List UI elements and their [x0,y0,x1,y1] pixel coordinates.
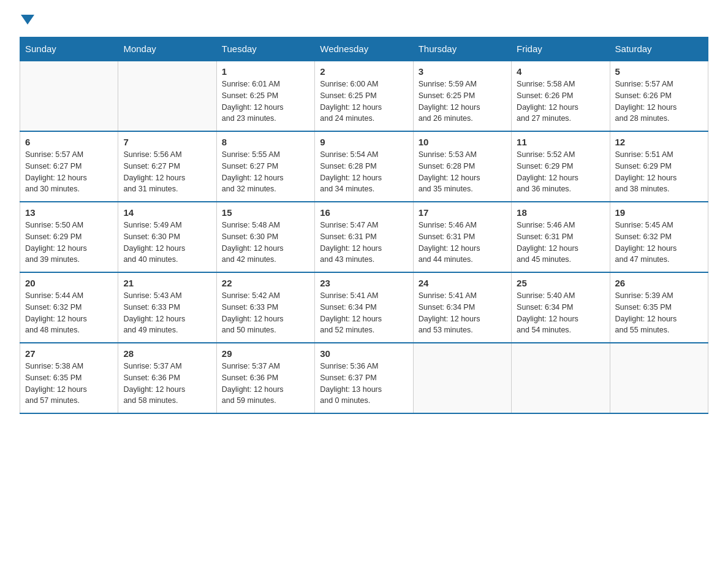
calendar-cell: 28Sunrise: 5:37 AM Sunset: 6:36 PM Dayli… [118,343,216,413]
day-info: Sunrise: 5:53 AM Sunset: 6:28 PM Dayligh… [419,149,506,195]
day-info: Sunrise: 5:52 AM Sunset: 6:29 PM Dayligh… [517,149,604,195]
day-number: 4 [517,66,604,77]
day-number: 26 [615,278,703,288]
calendar-cell: 27Sunrise: 5:38 AM Sunset: 6:35 PM Dayli… [20,343,118,413]
weekday-header-thursday: Thursday [413,37,511,61]
day-number: 22 [222,278,309,288]
calendar-cell: 24Sunrise: 5:41 AM Sunset: 6:34 PM Dayli… [413,272,511,343]
day-number: 17 [419,207,506,218]
calendar-cell: 4Sunrise: 5:58 AM Sunset: 6:26 PM Daylig… [512,61,610,131]
day-number: 20 [25,278,113,288]
day-info: Sunrise: 5:39 AM Sunset: 6:35 PM Dayligh… [615,290,703,336]
calendar-cell [118,61,216,131]
page-header [20,15,708,27]
weekday-header-wednesday: Wednesday [315,37,413,61]
calendar-cell: 1Sunrise: 6:01 AM Sunset: 6:25 PM Daylig… [216,61,314,131]
day-info: Sunrise: 5:46 AM Sunset: 6:31 PM Dayligh… [517,220,604,266]
day-info: Sunrise: 6:01 AM Sunset: 6:25 PM Dayligh… [222,79,309,124]
weekday-header-saturday: Saturday [610,37,708,61]
weekday-header-row: SundayMondayTuesdayWednesdayThursdayFrid… [20,37,708,61]
calendar-cell: 10Sunrise: 5:53 AM Sunset: 6:28 PM Dayli… [413,131,511,202]
day-info: Sunrise: 5:44 AM Sunset: 6:32 PM Dayligh… [25,290,113,336]
calendar-week-4: 20Sunrise: 5:44 AM Sunset: 6:32 PM Dayli… [20,272,708,343]
day-info: Sunrise: 5:46 AM Sunset: 6:31 PM Dayligh… [419,220,506,266]
weekday-header-monday: Monday [118,37,216,61]
calendar-body: 1Sunrise: 6:01 AM Sunset: 6:25 PM Daylig… [20,61,708,413]
weekday-header-friday: Friday [512,37,610,61]
calendar-cell: 14Sunrise: 5:49 AM Sunset: 6:30 PM Dayli… [118,202,216,272]
day-info: Sunrise: 5:47 AM Sunset: 6:31 PM Dayligh… [320,220,408,266]
calendar-cell: 6Sunrise: 5:57 AM Sunset: 6:27 PM Daylig… [20,131,118,202]
day-info: Sunrise: 5:50 AM Sunset: 6:29 PM Dayligh… [25,220,113,266]
day-info: Sunrise: 5:37 AM Sunset: 6:36 PM Dayligh… [222,361,309,407]
day-info: Sunrise: 5:48 AM Sunset: 6:30 PM Dayligh… [222,220,309,266]
day-number: 16 [320,207,408,218]
day-number: 3 [419,66,506,77]
calendar-cell [413,343,511,413]
svg-marker-0 [21,15,34,25]
calendar-cell: 7Sunrise: 5:56 AM Sunset: 6:27 PM Daylig… [118,131,216,202]
day-number: 11 [517,137,604,147]
day-number: 30 [320,348,408,359]
calendar-cell: 11Sunrise: 5:52 AM Sunset: 6:29 PM Dayli… [512,131,610,202]
calendar-cell: 13Sunrise: 5:50 AM Sunset: 6:29 PM Dayli… [20,202,118,272]
day-number: 7 [123,137,211,147]
day-number: 6 [25,137,113,147]
calendar-cell: 8Sunrise: 5:55 AM Sunset: 6:27 PM Daylig… [216,131,314,202]
day-number: 10 [419,137,506,147]
calendar-cell: 26Sunrise: 5:39 AM Sunset: 6:35 PM Dayli… [610,272,708,343]
day-info: Sunrise: 5:55 AM Sunset: 6:27 PM Dayligh… [222,149,309,195]
calendar-cell [20,61,118,131]
day-info: Sunrise: 5:54 AM Sunset: 6:28 PM Dayligh… [320,149,408,195]
day-number: 24 [419,278,506,288]
day-info: Sunrise: 5:43 AM Sunset: 6:33 PM Dayligh… [123,290,211,336]
calendar-cell: 23Sunrise: 5:41 AM Sunset: 6:34 PM Dayli… [315,272,413,343]
day-number: 29 [222,348,309,359]
calendar-cell: 18Sunrise: 5:46 AM Sunset: 6:31 PM Dayli… [512,202,610,272]
logo-triangle-icon [21,15,34,25]
calendar-cell: 25Sunrise: 5:40 AM Sunset: 6:34 PM Dayli… [512,272,610,343]
day-info: Sunrise: 5:41 AM Sunset: 6:34 PM Dayligh… [320,290,408,336]
day-info: Sunrise: 6:00 AM Sunset: 6:25 PM Dayligh… [320,79,408,124]
day-info: Sunrise: 5:38 AM Sunset: 6:35 PM Dayligh… [25,361,113,407]
calendar-cell: 15Sunrise: 5:48 AM Sunset: 6:30 PM Dayli… [216,202,314,272]
day-number: 9 [320,137,408,147]
day-info: Sunrise: 5:59 AM Sunset: 6:25 PM Dayligh… [419,79,506,124]
day-info: Sunrise: 5:58 AM Sunset: 6:26 PM Dayligh… [517,79,604,124]
day-info: Sunrise: 5:36 AM Sunset: 6:37 PM Dayligh… [320,361,408,407]
day-number: 27 [25,348,113,359]
day-number: 15 [222,207,309,218]
day-info: Sunrise: 5:51 AM Sunset: 6:29 PM Dayligh… [615,149,703,195]
day-number: 2 [320,66,408,77]
day-number: 14 [123,207,211,218]
day-number: 25 [517,278,604,288]
day-info: Sunrise: 5:56 AM Sunset: 6:27 PM Dayligh… [123,149,211,195]
calendar-cell: 20Sunrise: 5:44 AM Sunset: 6:32 PM Dayli… [20,272,118,343]
calendar-cell: 22Sunrise: 5:42 AM Sunset: 6:33 PM Dayli… [216,272,314,343]
day-info: Sunrise: 5:42 AM Sunset: 6:33 PM Dayligh… [222,290,309,336]
weekday-header-sunday: Sunday [20,37,118,61]
day-info: Sunrise: 5:41 AM Sunset: 6:34 PM Dayligh… [419,290,506,336]
calendar-cell: 19Sunrise: 5:45 AM Sunset: 6:32 PM Dayli… [610,202,708,272]
calendar-week-5: 27Sunrise: 5:38 AM Sunset: 6:35 PM Dayli… [20,343,708,413]
calendar-cell: 2Sunrise: 6:00 AM Sunset: 6:25 PM Daylig… [315,61,413,131]
day-info: Sunrise: 5:45 AM Sunset: 6:32 PM Dayligh… [615,220,703,266]
day-number: 21 [123,278,211,288]
calendar-week-2: 6Sunrise: 5:57 AM Sunset: 6:27 PM Daylig… [20,131,708,202]
day-number: 12 [615,137,703,147]
calendar-cell: 30Sunrise: 5:36 AM Sunset: 6:37 PM Dayli… [315,343,413,413]
calendar-cell: 5Sunrise: 5:57 AM Sunset: 6:26 PM Daylig… [610,61,708,131]
day-info: Sunrise: 5:40 AM Sunset: 6:34 PM Dayligh… [517,290,604,336]
calendar-week-1: 1Sunrise: 6:01 AM Sunset: 6:25 PM Daylig… [20,61,708,131]
calendar-cell: 29Sunrise: 5:37 AM Sunset: 6:36 PM Dayli… [216,343,314,413]
calendar-cell [512,343,610,413]
day-number: 8 [222,137,309,147]
calendar-table: SundayMondayTuesdayWednesdayThursdayFrid… [20,37,708,414]
logo [20,15,34,27]
day-info: Sunrise: 5:57 AM Sunset: 6:26 PM Dayligh… [615,79,703,124]
day-number: 19 [615,207,703,218]
calendar-cell [610,343,708,413]
day-info: Sunrise: 5:57 AM Sunset: 6:27 PM Dayligh… [25,149,113,195]
calendar-cell: 17Sunrise: 5:46 AM Sunset: 6:31 PM Dayli… [413,202,511,272]
calendar-cell: 21Sunrise: 5:43 AM Sunset: 6:33 PM Dayli… [118,272,216,343]
